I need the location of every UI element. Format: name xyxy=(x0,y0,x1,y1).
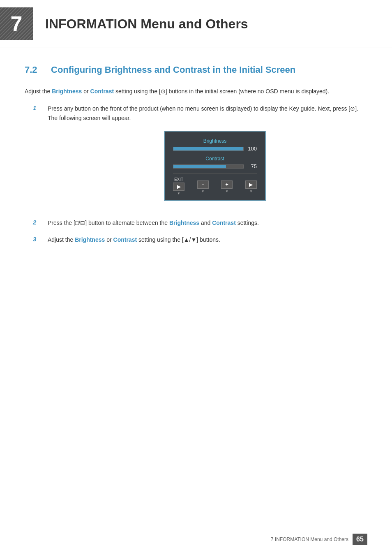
osd-contrast-fill xyxy=(173,165,226,168)
step-1-number: 1 xyxy=(33,104,43,111)
section-heading: 7.2 Configuring Brightness and Contrast … xyxy=(25,65,367,75)
step-2-number: 2 xyxy=(33,219,43,226)
intro-paragraph: Adjust the Brightness or Contrast settin… xyxy=(25,87,367,96)
osd-brightness-value: 100 xyxy=(247,146,257,152)
osd-contrast-row: Contrast 75 xyxy=(173,156,257,169)
osd-btn2-arrow: ▼ xyxy=(225,190,228,193)
page-content: 7.2 Configuring Brightness and Contrast … xyxy=(0,48,392,276)
osd-screenshot-container: Brightness 100 Contrast xyxy=(62,131,367,201)
osd-btn3: ▶ ▼ xyxy=(245,180,257,193)
osd-contrast-value: 75 xyxy=(247,163,257,169)
osd-btn1-arrow: ▼ xyxy=(201,190,205,193)
footer-text: 7 INFORMATION Menu and Others xyxy=(271,536,348,542)
step-3-number: 3 xyxy=(33,236,43,243)
osd-exit-icon: ▶ xyxy=(173,183,184,191)
osd-brightness-track xyxy=(173,147,244,151)
osd-exit-btn: EXIT ▶ ▼ xyxy=(173,177,184,195)
intro-text-mid1: or xyxy=(82,88,90,95)
step-3: 3 Adjust the Brightness or Contrast sett… xyxy=(33,235,367,244)
intro-contrast: Contrast xyxy=(90,88,114,95)
osd-exit-label: EXIT xyxy=(174,177,183,182)
intro-text-before: Adjust the xyxy=(25,88,52,95)
osd-btn2-icon: ✦ xyxy=(221,180,233,189)
footer-page-number: 65 xyxy=(353,534,367,545)
intro-text-mid2: setting using the [⊙] buttons in the ini… xyxy=(114,88,329,95)
step-1: 1 Press any button on the front of the p… xyxy=(33,104,367,211)
osd-box: Brightness 100 Contrast xyxy=(164,131,266,201)
osd-btn2: ✦ ▼ xyxy=(221,180,233,193)
intro-brightness: Brightness xyxy=(52,88,82,95)
step-2: 2 Press the [□/⊟] button to alternate be… xyxy=(33,218,367,227)
osd-brightness-bar-container: 100 xyxy=(173,146,257,152)
osd-btn3-icon: ▶ xyxy=(245,180,257,189)
osd-btn3-arrow: ▼ xyxy=(249,190,253,193)
step-3-text: Adjust the Brightness or Contrast settin… xyxy=(48,235,220,244)
chapter-title: INFORMATION Menu and Others xyxy=(45,16,248,32)
osd-contrast-label: Contrast xyxy=(173,156,257,162)
page-header: 7 INFORMATION Menu and Others xyxy=(0,0,392,48)
osd-contrast-bar-container: 75 xyxy=(173,163,257,169)
page-footer: 7 INFORMATION Menu and Others 65 xyxy=(271,534,367,545)
section-number: 7.2 xyxy=(25,65,41,75)
chapter-number-box: 7 xyxy=(0,7,33,40)
step-2-text: Press the [□/⊟] button to alternate betw… xyxy=(48,218,259,227)
steps-list: 1 Press any button on the front of the p… xyxy=(33,104,367,244)
osd-exit-arrow: ▼ xyxy=(177,192,180,195)
chapter-number: 7 xyxy=(11,13,23,35)
osd-contrast-track xyxy=(173,164,244,169)
step-1-text: Press any button on the front of the pro… xyxy=(48,105,358,121)
osd-btn1-icon: − xyxy=(197,180,209,189)
osd-brightness-label: Brightness xyxy=(173,138,257,144)
osd-brightness-fill xyxy=(173,147,243,150)
osd-btn1: − ▼ xyxy=(197,180,209,193)
osd-bottom-row: EXIT ▶ ▼ − ▼ ✦ xyxy=(173,173,257,195)
osd-brightness-row: Brightness 100 xyxy=(173,138,257,152)
section-title: Configuring Brightness and Contrast in t… xyxy=(51,65,295,75)
